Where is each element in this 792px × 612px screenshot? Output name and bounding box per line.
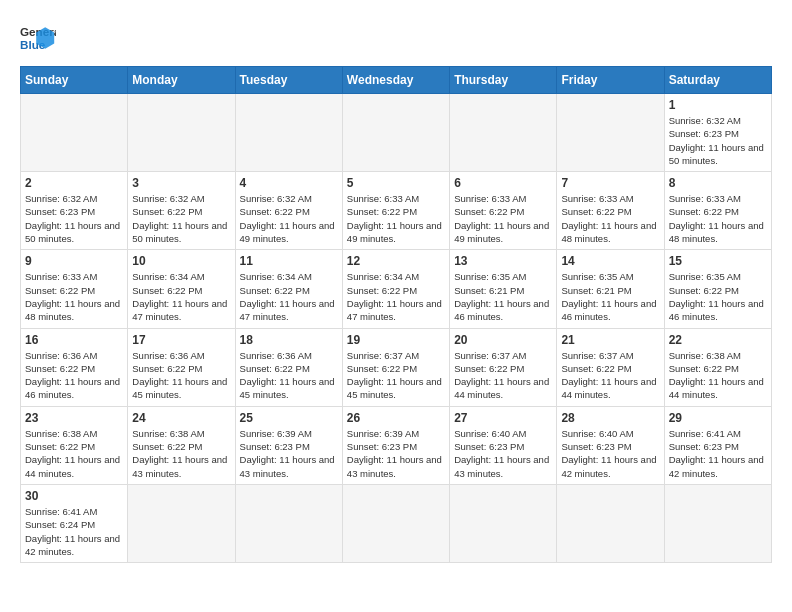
day-number: 27: [454, 411, 552, 425]
calendar-cell: 6Sunrise: 6:33 AM Sunset: 6:22 PM Daylig…: [450, 172, 557, 250]
day-info: Sunrise: 6:36 AM Sunset: 6:22 PM Dayligh…: [132, 349, 230, 402]
day-info: Sunrise: 6:35 AM Sunset: 6:22 PM Dayligh…: [669, 270, 767, 323]
day-info: Sunrise: 6:33 AM Sunset: 6:22 PM Dayligh…: [25, 270, 123, 323]
day-number: 26: [347, 411, 445, 425]
day-number: 21: [561, 333, 659, 347]
day-info: Sunrise: 6:39 AM Sunset: 6:23 PM Dayligh…: [240, 427, 338, 480]
day-number: 3: [132, 176, 230, 190]
day-number: 6: [454, 176, 552, 190]
day-number: 22: [669, 333, 767, 347]
calendar-cell: 1Sunrise: 6:32 AM Sunset: 6:23 PM Daylig…: [664, 94, 771, 172]
calendar-cell: [128, 94, 235, 172]
calendar-cell: 10Sunrise: 6:34 AM Sunset: 6:22 PM Dayli…: [128, 250, 235, 328]
calendar-cell: 30Sunrise: 6:41 AM Sunset: 6:24 PM Dayli…: [21, 484, 128, 562]
calendar-cell: 17Sunrise: 6:36 AM Sunset: 6:22 PM Dayli…: [128, 328, 235, 406]
day-info: Sunrise: 6:32 AM Sunset: 6:22 PM Dayligh…: [240, 192, 338, 245]
calendar-cell: 9Sunrise: 6:33 AM Sunset: 6:22 PM Daylig…: [21, 250, 128, 328]
calendar-cell: 8Sunrise: 6:33 AM Sunset: 6:22 PM Daylig…: [664, 172, 771, 250]
day-number: 24: [132, 411, 230, 425]
calendar-cell: 19Sunrise: 6:37 AM Sunset: 6:22 PM Dayli…: [342, 328, 449, 406]
calendar-cell: 13Sunrise: 6:35 AM Sunset: 6:21 PM Dayli…: [450, 250, 557, 328]
calendar-cell: 21Sunrise: 6:37 AM Sunset: 6:22 PM Dayli…: [557, 328, 664, 406]
calendar-cell: 2Sunrise: 6:32 AM Sunset: 6:23 PM Daylig…: [21, 172, 128, 250]
day-info: Sunrise: 6:41 AM Sunset: 6:23 PM Dayligh…: [669, 427, 767, 480]
calendar-cell: 18Sunrise: 6:36 AM Sunset: 6:22 PM Dayli…: [235, 328, 342, 406]
day-info: Sunrise: 6:35 AM Sunset: 6:21 PM Dayligh…: [561, 270, 659, 323]
day-number: 10: [132, 254, 230, 268]
day-info: Sunrise: 6:41 AM Sunset: 6:24 PM Dayligh…: [25, 505, 123, 558]
day-info: Sunrise: 6:34 AM Sunset: 6:22 PM Dayligh…: [132, 270, 230, 323]
calendar-cell: 20Sunrise: 6:37 AM Sunset: 6:22 PM Dayli…: [450, 328, 557, 406]
day-header-wednesday: Wednesday: [342, 67, 449, 94]
day-info: Sunrise: 6:35 AM Sunset: 6:21 PM Dayligh…: [454, 270, 552, 323]
calendar-cell: 29Sunrise: 6:41 AM Sunset: 6:23 PM Dayli…: [664, 406, 771, 484]
day-number: 8: [669, 176, 767, 190]
calendar-cell: 3Sunrise: 6:32 AM Sunset: 6:22 PM Daylig…: [128, 172, 235, 250]
calendar-cell: 25Sunrise: 6:39 AM Sunset: 6:23 PM Dayli…: [235, 406, 342, 484]
day-header-friday: Friday: [557, 67, 664, 94]
calendar-cell: 16Sunrise: 6:36 AM Sunset: 6:22 PM Dayli…: [21, 328, 128, 406]
day-info: Sunrise: 6:37 AM Sunset: 6:22 PM Dayligh…: [454, 349, 552, 402]
day-number: 5: [347, 176, 445, 190]
day-number: 2: [25, 176, 123, 190]
day-info: Sunrise: 6:38 AM Sunset: 6:22 PM Dayligh…: [669, 349, 767, 402]
calendar-cell: [235, 94, 342, 172]
day-header-monday: Monday: [128, 67, 235, 94]
day-info: Sunrise: 6:32 AM Sunset: 6:23 PM Dayligh…: [25, 192, 123, 245]
day-number: 17: [132, 333, 230, 347]
calendar-cell: [235, 484, 342, 562]
day-number: 23: [25, 411, 123, 425]
general-blue-logo-icon: General Blue: [20, 20, 56, 56]
calendar-cell: 15Sunrise: 6:35 AM Sunset: 6:22 PM Dayli…: [664, 250, 771, 328]
day-info: Sunrise: 6:32 AM Sunset: 6:23 PM Dayligh…: [669, 114, 767, 167]
day-header-thursday: Thursday: [450, 67, 557, 94]
calendar-cell: 7Sunrise: 6:33 AM Sunset: 6:22 PM Daylig…: [557, 172, 664, 250]
day-number: 20: [454, 333, 552, 347]
day-number: 15: [669, 254, 767, 268]
day-header-saturday: Saturday: [664, 67, 771, 94]
day-info: Sunrise: 6:38 AM Sunset: 6:22 PM Dayligh…: [132, 427, 230, 480]
calendar-cell: [450, 484, 557, 562]
day-info: Sunrise: 6:34 AM Sunset: 6:22 PM Dayligh…: [240, 270, 338, 323]
day-number: 30: [25, 489, 123, 503]
day-info: Sunrise: 6:40 AM Sunset: 6:23 PM Dayligh…: [561, 427, 659, 480]
day-number: 9: [25, 254, 123, 268]
day-info: Sunrise: 6:34 AM Sunset: 6:22 PM Dayligh…: [347, 270, 445, 323]
calendar-cell: 14Sunrise: 6:35 AM Sunset: 6:21 PM Dayli…: [557, 250, 664, 328]
calendar-cell: 5Sunrise: 6:33 AM Sunset: 6:22 PM Daylig…: [342, 172, 449, 250]
day-info: Sunrise: 6:37 AM Sunset: 6:22 PM Dayligh…: [561, 349, 659, 402]
calendar-cell: [342, 484, 449, 562]
calendar-cell: [21, 94, 128, 172]
calendar-cell: 24Sunrise: 6:38 AM Sunset: 6:22 PM Dayli…: [128, 406, 235, 484]
calendar-cell: [342, 94, 449, 172]
day-number: 29: [669, 411, 767, 425]
day-number: 14: [561, 254, 659, 268]
calendar-cell: 27Sunrise: 6:40 AM Sunset: 6:23 PM Dayli…: [450, 406, 557, 484]
day-info: Sunrise: 6:33 AM Sunset: 6:22 PM Dayligh…: [669, 192, 767, 245]
day-number: 18: [240, 333, 338, 347]
day-number: 11: [240, 254, 338, 268]
day-info: Sunrise: 6:33 AM Sunset: 6:22 PM Dayligh…: [561, 192, 659, 245]
calendar-cell: [450, 94, 557, 172]
day-header-tuesday: Tuesday: [235, 67, 342, 94]
calendar-cell: 28Sunrise: 6:40 AM Sunset: 6:23 PM Dayli…: [557, 406, 664, 484]
day-info: Sunrise: 6:32 AM Sunset: 6:22 PM Dayligh…: [132, 192, 230, 245]
day-info: Sunrise: 6:38 AM Sunset: 6:22 PM Dayligh…: [25, 427, 123, 480]
day-info: Sunrise: 6:40 AM Sunset: 6:23 PM Dayligh…: [454, 427, 552, 480]
day-number: 19: [347, 333, 445, 347]
calendar-table: SundayMondayTuesdayWednesdayThursdayFrid…: [20, 66, 772, 563]
day-number: 28: [561, 411, 659, 425]
day-number: 13: [454, 254, 552, 268]
calendar-cell: 23Sunrise: 6:38 AM Sunset: 6:22 PM Dayli…: [21, 406, 128, 484]
day-info: Sunrise: 6:36 AM Sunset: 6:22 PM Dayligh…: [25, 349, 123, 402]
calendar-cell: [128, 484, 235, 562]
calendar-cell: 26Sunrise: 6:39 AM Sunset: 6:23 PM Dayli…: [342, 406, 449, 484]
day-header-sunday: Sunday: [21, 67, 128, 94]
calendar-cell: 22Sunrise: 6:38 AM Sunset: 6:22 PM Dayli…: [664, 328, 771, 406]
day-info: Sunrise: 6:39 AM Sunset: 6:23 PM Dayligh…: [347, 427, 445, 480]
day-info: Sunrise: 6:37 AM Sunset: 6:22 PM Dayligh…: [347, 349, 445, 402]
day-number: 16: [25, 333, 123, 347]
calendar-cell: 4Sunrise: 6:32 AM Sunset: 6:22 PM Daylig…: [235, 172, 342, 250]
day-number: 7: [561, 176, 659, 190]
day-number: 1: [669, 98, 767, 112]
